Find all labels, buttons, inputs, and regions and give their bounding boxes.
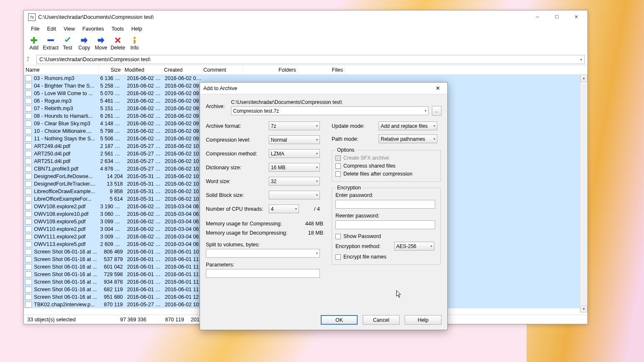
toolbar-extract-button[interactable]: Extract	[42, 35, 59, 51]
browse-button[interactable]: ...	[432, 106, 441, 116]
toolbar-info-button[interactable]: Info	[126, 35, 143, 51]
word-label: Word size:	[206, 178, 269, 184]
file-icon	[25, 143, 32, 149]
svg-rect-2	[134, 40, 136, 44]
status-objects: 33 object(s) selected	[24, 317, 108, 323]
file-icon	[25, 241, 32, 247]
file-icon	[25, 166, 32, 172]
file-icon	[25, 287, 32, 292]
password-input[interactable]	[335, 200, 435, 209]
column-header-size[interactable]: Size	[99, 66, 123, 74]
ok-button[interactable]: OK	[321, 315, 358, 325]
file-icon	[25, 173, 32, 179]
encryption-method-combo[interactable]: AES-256▾	[394, 242, 434, 251]
file-icon	[25, 90, 32, 96]
sfx-checkbox: Create SFX archive	[335, 155, 437, 161]
threads-label: Number of CPU threads:	[206, 206, 269, 212]
delete-after-checkbox[interactable]: Delete files after compression	[335, 171, 437, 177]
menu-tools[interactable]: Tools	[108, 25, 127, 33]
file-icon	[25, 136, 32, 142]
word-size-combo[interactable]: 32▾	[269, 177, 320, 186]
file-icon	[25, 294, 32, 300]
menu-favorites[interactable]: Favorites	[79, 25, 108, 33]
minimize-button[interactable]: ─	[528, 10, 547, 23]
toolbar-copy-button[interactable]: Copy	[76, 35, 93, 51]
scroll-up-button[interactable]: ▲	[580, 75, 587, 82]
options-legend: Options	[335, 147, 356, 153]
file-icon	[25, 211, 32, 217]
table-row[interactable]: 03 - Rumors.mp36 136 8772016-06-02 10:25…	[24, 75, 587, 82]
folder-up-icon[interactable]: ⤴	[26, 56, 34, 63]
file-icon	[25, 279, 32, 285]
file-icon	[25, 189, 32, 194]
file-icon	[25, 181, 32, 187]
column-header-modified[interactable]: Modified	[123, 66, 162, 74]
toolbar-delete-button[interactable]: Delete	[109, 35, 126, 51]
file-icon	[25, 249, 32, 255]
file-icon	[25, 272, 32, 277]
menu-help[interactable]: Help	[127, 25, 146, 33]
mem-compress-label: Memory usage for Compressing:	[206, 221, 282, 227]
dictionary-size-combo[interactable]: 16 MB▾	[269, 163, 320, 172]
help-button[interactable]: Help	[405, 315, 441, 325]
compression-level-combo[interactable]: Normal▾	[269, 135, 320, 144]
file-icon	[25, 226, 32, 232]
svg-rect-0	[47, 39, 54, 41]
reenter-password-label: Reenter password:	[335, 213, 437, 219]
menubar: FileEditViewFavoritesToolsHelp	[24, 24, 587, 34]
column-header-comment[interactable]: Comment	[202, 66, 244, 74]
address-text: C:\Users\techradar\Documents\Compression…	[39, 57, 151, 62]
file-icon	[25, 234, 32, 240]
path-mode-combo[interactable]: Relative pathnames▾	[379, 134, 437, 143]
file-icon	[25, 204, 32, 209]
show-password-checkbox[interactable]: Show Password	[335, 233, 437, 239]
toolbar-move-button[interactable]: Move	[93, 35, 109, 51]
split-label: Split to volumes, bytes:	[206, 242, 323, 248]
toolbar-add-button[interactable]: Add	[26, 35, 42, 51]
method-label: Compression method:	[206, 151, 269, 157]
column-header-name[interactable]: Name	[24, 66, 99, 74]
column-headers: NameSizeModifiedCreatedCommentFoldersFil…	[24, 65, 587, 75]
status-total-size: 97 369 336	[108, 317, 150, 323]
menu-view[interactable]: View	[60, 25, 79, 33]
address-input[interactable]: C:\Users\techradar\Documents\Compression…	[36, 55, 585, 64]
parameters-input[interactable]	[206, 269, 320, 278]
cpu-threads-combo[interactable]: 4▾	[269, 204, 299, 213]
cancel-button[interactable]: Cancel	[363, 315, 400, 325]
enc-method-label: Encryption method:	[335, 243, 394, 249]
update-mode-combo[interactable]: Add and replace files▾	[379, 122, 437, 130]
archive-name-input[interactable]: Compression test.7z▾	[231, 106, 428, 115]
file-icon	[25, 219, 32, 225]
toolbar: AddExtractTestCopyMoveDeleteInfo	[24, 34, 587, 54]
reenter-password-input[interactable]	[335, 220, 435, 229]
toolbar-test-button[interactable]: Test	[59, 35, 76, 51]
compress-shared-checkbox[interactable]: Compress shared files	[335, 163, 437, 169]
compression-method-combo[interactable]: LZMA▾	[269, 149, 320, 158]
encrypt-filenames-checkbox[interactable]: Encrypt file names	[335, 254, 437, 260]
file-icon	[25, 302, 32, 308]
file-icon	[25, 113, 32, 119]
titlebar: 7z C:\Users\techradar\Documents\Compress…	[24, 10, 587, 24]
scroll-down-button[interactable]: ▼	[580, 305, 587, 313]
addressbar: ⤴ C:\Users\techradar\Documents\Compressi…	[24, 54, 587, 65]
menu-file[interactable]: File	[27, 25, 43, 33]
file-icon	[25, 196, 32, 202]
maximize-button[interactable]: ☐	[547, 10, 566, 23]
path-mode-label: Path mode:	[332, 136, 379, 142]
split-volumes-combo[interactable]: ▾	[206, 249, 320, 258]
column-header-created[interactable]: Created	[162, 66, 202, 74]
dialog-close-button[interactable]: ✕	[431, 84, 444, 93]
format-label: Archive format:	[206, 123, 269, 129]
menu-edit[interactable]: Edit	[43, 25, 60, 33]
encryption-legend: Encryption	[335, 185, 363, 191]
file-icon	[25, 256, 32, 262]
archive-format-combo[interactable]: 7z▾	[269, 122, 320, 130]
solid-block-combo[interactable]: ▾	[269, 191, 320, 199]
column-header-folders[interactable]: Folders	[244, 66, 298, 74]
svg-rect-1	[134, 37, 136, 39]
close-button[interactable]: ✕	[566, 10, 586, 23]
file-icon	[25, 75, 32, 81]
column-header-files[interactable]: Files	[298, 66, 345, 74]
mem-decompress-label: Memory usage for Decompressing:	[206, 230, 288, 236]
dict-label: Dictionary size:	[206, 165, 269, 171]
